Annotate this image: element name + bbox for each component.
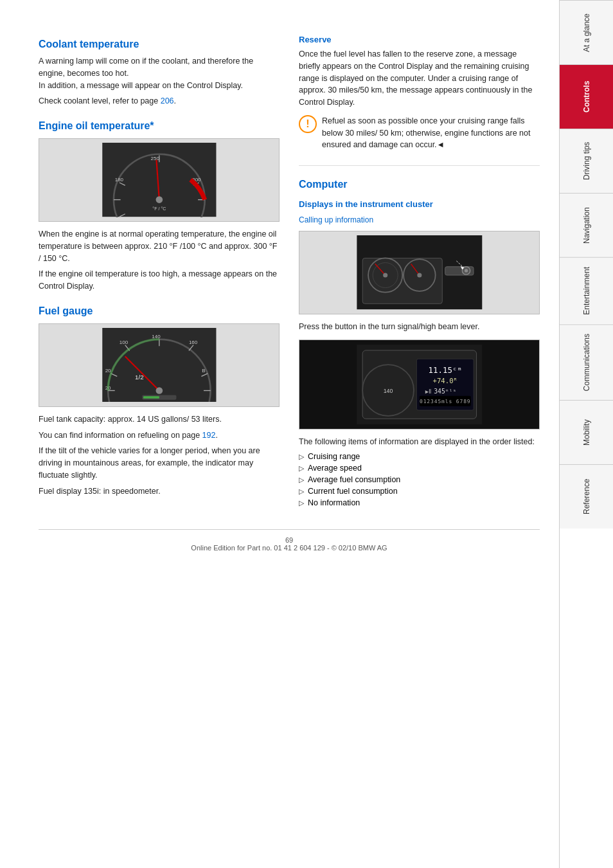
list-item-1: ▷ Cruising range	[299, 452, 540, 461]
engine-oil-gauge-image: 180 250 300 °F / °C	[39, 138, 280, 222]
footer-copyright: Online Edition for Part no. 01 41 2 604 …	[191, 544, 387, 552]
arrow-icon-5: ▷	[299, 499, 304, 507]
page-footer: 69 Online Edition for Part no. 01 41 2 6…	[39, 529, 540, 552]
tab-entertainment[interactable]: Entertainment	[560, 257, 613, 324]
svg-text:345ⁿˡˢ: 345ⁿˡˢ	[434, 388, 456, 395]
tab-driving-tips[interactable]: Driving tips	[560, 129, 613, 193]
svg-text:140: 140	[383, 388, 393, 394]
svg-text:11.15ᶜᵐ: 11.15ᶜᵐ	[428, 365, 461, 375]
tab-controls[interactable]: Controls	[560, 64, 613, 129]
right-column: Reserve Once the fuel level has fallen t…	[299, 26, 540, 510]
fuel-para3: If the tilt of the vehicle varies for a …	[39, 445, 280, 481]
tab-at-a-glance[interactable]: At a glance	[560, 0, 613, 64]
engine-oil-para2: If the engine oil temperature is too hig…	[39, 268, 280, 293]
svg-point-12	[155, 197, 163, 204]
svg-text:▶Ⅱ: ▶Ⅱ	[425, 388, 431, 395]
svg-text:012345mls 6789: 012345mls 6789	[420, 399, 471, 404]
fuel-para4: Fuel display 135i: in speedometer.	[39, 485, 280, 498]
svg-point-30	[155, 387, 163, 394]
tab-navigation[interactable]: Navigation	[560, 193, 613, 257]
computer-display-image: 140 11.15ᶜᵐ +74.0ᴿ ▶Ⅱ 345ⁿˡˢ 012345mls 6…	[299, 339, 540, 429]
svg-text:°F / °C: °F / °C	[152, 206, 166, 212]
reserve-para1: Once the fuel level has fallen to the re…	[299, 48, 540, 109]
fuel-gauge-title: Fuel gauge	[39, 305, 280, 317]
right-tabs: At a glance Controls Driving tips Naviga…	[559, 0, 613, 868]
svg-text:+74.0ᴿ: +74.0ᴿ	[432, 377, 457, 385]
tab-reference[interactable]: Reference	[560, 464, 613, 529]
main-content: Coolant temperature A warning lamp will …	[0, 0, 559, 868]
svg-point-45	[464, 269, 467, 273]
svg-rect-35	[362, 258, 442, 304]
calling-title: Calling up information	[299, 215, 540, 224]
warning-box: ! Refuel as soon as possible once your c…	[299, 115, 540, 155]
info-list: ▷ Cruising range ▷ Average speed ▷ Avera…	[299, 452, 540, 507]
list-item-4: ▷ Current fuel consumption	[299, 487, 540, 496]
arrow-icon-2: ▷	[299, 464, 304, 473]
coolant-page-ref[interactable]: 206	[161, 96, 174, 105]
calling-info-image	[299, 231, 540, 314]
arrow-icon-3: ▷	[299, 476, 304, 484]
svg-text:160: 160	[189, 339, 198, 345]
list-label-2: Average speed	[308, 464, 362, 473]
list-label-1: Cruising range	[308, 452, 360, 461]
list-item-2: ▷ Average speed	[299, 464, 540, 473]
list-label-4: Current fuel consumption	[308, 487, 398, 496]
fuel-page-ref[interactable]: 192	[202, 431, 216, 440]
coolant-para3: Check coolant level, refer to page 206.	[39, 95, 280, 107]
svg-text:B: B	[202, 368, 205, 374]
tab-mobility[interactable]: Mobility	[560, 400, 613, 464]
engine-oil-para1: When the engine is at normal operating t…	[39, 228, 280, 264]
svg-text:100: 100	[119, 339, 128, 345]
coolant-title: Coolant temperature	[39, 39, 280, 50]
warning-text: Refuel as soon as possible once your cru…	[322, 115, 540, 151]
svg-text:180: 180	[114, 177, 123, 183]
divider	[299, 165, 540, 166]
fuel-gauge-image: 20 20 100 140 160 B 1/2	[39, 323, 280, 407]
svg-rect-33	[143, 396, 159, 399]
arrow-icon-1: ▷	[299, 453, 304, 461]
list-item-5: ▷ No information	[299, 498, 540, 507]
following-para: The following items of information are d…	[299, 436, 540, 448]
list-label-5: No information	[308, 498, 360, 507]
computer-title: Computer	[299, 179, 540, 190]
fuel-para2: You can find information on refueling on…	[39, 429, 280, 442]
list-item-3: ▷ Average fuel consumption	[299, 475, 540, 484]
calling-para: Press the button in the turn signal/high…	[299, 321, 540, 333]
svg-point-42	[417, 273, 422, 278]
list-label-3: Average fuel consumption	[308, 475, 400, 484]
svg-text:250: 250	[150, 156, 159, 161]
page-number: 69	[285, 536, 293, 544]
svg-text:1/2: 1/2	[135, 374, 144, 381]
left-column: Coolant temperature A warning lamp will …	[39, 26, 280, 510]
warning-icon: !	[299, 115, 317, 133]
displays-title: Displays in the instrument cluster	[299, 199, 540, 209]
reserve-title: Reserve	[299, 35, 540, 44]
arrow-icon-4: ▷	[299, 487, 304, 496]
tab-communications[interactable]: Communications	[560, 324, 613, 400]
fuel-para1: Fuel tank capacity: approx. 14 US gallon…	[39, 413, 280, 426]
svg-point-39	[383, 273, 387, 278]
engine-oil-title: Engine oil temperature*	[39, 120, 280, 132]
coolant-para1: A warning lamp will come on if the coola…	[39, 55, 280, 91]
